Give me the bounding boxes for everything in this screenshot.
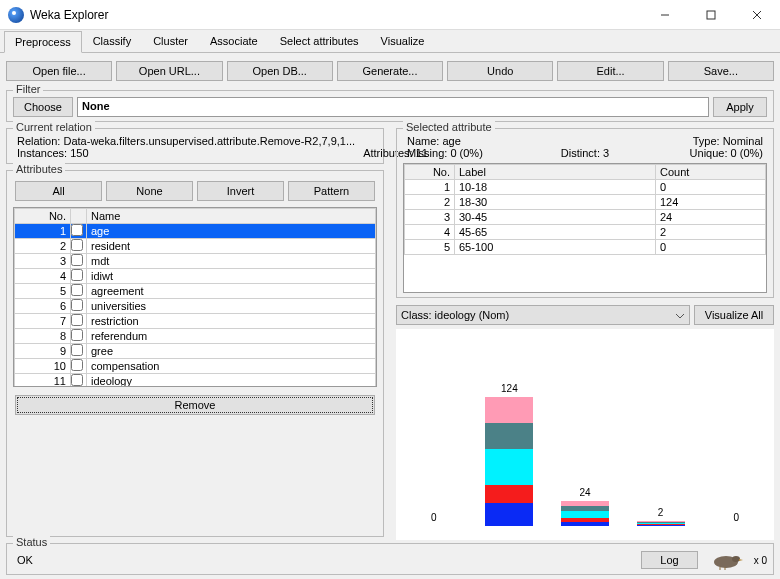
attr-row[interactable]: 7restriction: [15, 314, 376, 329]
attributes-table[interactable]: No. Name 1age2resident3mdt4idiwt5agreeme…: [13, 207, 377, 387]
attr-checkbox[interactable]: [71, 374, 83, 386]
attr-row[interactable]: 9gree: [15, 344, 376, 359]
sel-row[interactable]: 330-4524: [405, 210, 766, 225]
attr-pattern-button[interactable]: Pattern: [288, 181, 375, 201]
attr-checkbox[interactable]: [71, 314, 83, 326]
attr-row[interactable]: 6universities: [15, 299, 376, 314]
attr-checkbox[interactable]: [71, 224, 83, 236]
titlebar: Weka Explorer: [0, 0, 780, 30]
current-relation-group: Current relation Relation: Data-weka.fil…: [6, 128, 384, 164]
attr-name: agreement: [87, 284, 376, 299]
attr-all-button[interactable]: All: [15, 181, 102, 201]
sel-label: 65-100: [455, 240, 656, 255]
close-button[interactable]: [734, 0, 780, 30]
sel-row[interactable]: 218-30124: [405, 195, 766, 210]
sel-count: 124: [656, 195, 766, 210]
histogram-chart: 01242420: [396, 329, 774, 540]
attr-checkbox[interactable]: [71, 344, 83, 356]
sel-count: 0: [656, 240, 766, 255]
undo-button[interactable]: Undo: [447, 61, 553, 81]
tab-visualize[interactable]: Visualize: [370, 30, 436, 52]
tab-select-attributes[interactable]: Select attributes: [269, 30, 370, 52]
tab-cluster[interactable]: Cluster: [142, 30, 199, 52]
chevron-down-icon: [675, 309, 685, 321]
sel-label: 45-65: [455, 225, 656, 240]
attr-row[interactable]: 11ideology: [15, 374, 376, 388]
tab-classify[interactable]: Classify: [82, 30, 143, 52]
svg-rect-1: [707, 11, 715, 19]
selected-attr-table[interactable]: No. Label Count 110-180218-30124330-4524…: [403, 163, 767, 293]
sel-no: 2: [405, 195, 455, 210]
sel-count: 2: [656, 225, 766, 240]
attr-checkbox[interactable]: [71, 299, 83, 311]
status-group: Status OK Log x 0: [6, 543, 774, 575]
bar-value-label: 24: [555, 487, 615, 498]
attr-no: 10: [15, 359, 71, 374]
open-db-button[interactable]: Open DB...: [227, 61, 333, 81]
sel-row[interactable]: 110-180: [405, 180, 766, 195]
attr-no: 8: [15, 329, 71, 344]
sel-header-label: Label: [455, 165, 656, 180]
attr-row[interactable]: 2resident: [15, 239, 376, 254]
tab-associate[interactable]: Associate: [199, 30, 269, 52]
attr-checkbox[interactable]: [71, 329, 83, 341]
bar-value-label: 124: [479, 383, 539, 394]
svg-point-5: [732, 556, 740, 562]
sel-name: Name: age: [407, 135, 581, 147]
bar-segment: [637, 525, 685, 526]
attr-row[interactable]: 3mdt: [15, 254, 376, 269]
log-button[interactable]: Log: [641, 551, 697, 569]
attr-no: 1: [15, 224, 71, 239]
attr-no: 6: [15, 299, 71, 314]
attr-row[interactable]: 4idiwt: [15, 269, 376, 284]
attr-row[interactable]: 1age: [15, 224, 376, 239]
edit-button[interactable]: Edit...: [557, 61, 663, 81]
attr-invert-button[interactable]: Invert: [197, 181, 284, 201]
tabs: PreprocessClassifyClusterAssociateSelect…: [0, 30, 780, 53]
sel-no: 3: [405, 210, 455, 225]
attr-no: 7: [15, 314, 71, 329]
generate-button[interactable]: Generate...: [337, 61, 443, 81]
maximize-button[interactable]: [688, 0, 734, 30]
sel-no: 4: [405, 225, 455, 240]
visualize-all-button[interactable]: Visualize All: [694, 305, 774, 325]
attr-checkbox[interactable]: [71, 239, 83, 251]
sel-label: 18-30: [455, 195, 656, 210]
attributes-group: Attributes All None Invert Pattern No. N…: [6, 170, 384, 537]
filter-legend: Filter: [13, 83, 43, 95]
attr-row[interactable]: 8referendum: [15, 329, 376, 344]
attr-row[interactable]: 5agreement: [15, 284, 376, 299]
attr-name: compensation: [87, 359, 376, 374]
filter-value[interactable]: None: [77, 97, 709, 117]
attr-name: ideology: [87, 374, 376, 388]
remove-button[interactable]: Remove: [15, 395, 375, 415]
attr-name: idiwt: [87, 269, 376, 284]
attr-checkbox[interactable]: [71, 359, 83, 371]
attr-name: age: [87, 224, 376, 239]
attr-none-button[interactable]: None: [106, 181, 193, 201]
attr-checkbox[interactable]: [71, 284, 83, 296]
filter-choose-button[interactable]: Choose: [13, 97, 73, 117]
relation-instances: Instances: 150: [17, 147, 355, 159]
filter-apply-button[interactable]: Apply: [713, 97, 767, 117]
attr-no: 9: [15, 344, 71, 359]
sel-header-no: No.: [405, 165, 455, 180]
attr-name: mdt: [87, 254, 376, 269]
bar-segment: [485, 423, 533, 449]
class-dropdown[interactable]: Class: ideology (Nom): [396, 305, 690, 325]
sel-no: 5: [405, 240, 455, 255]
sel-row[interactable]: 565-1000: [405, 240, 766, 255]
open-file-button[interactable]: Open file...: [6, 61, 112, 81]
status-text: OK: [13, 554, 635, 566]
minimize-button[interactable]: [642, 0, 688, 30]
tab-preprocess[interactable]: Preprocess: [4, 31, 82, 53]
sel-row[interactable]: 445-652: [405, 225, 766, 240]
attr-no: 2: [15, 239, 71, 254]
attr-no: 11: [15, 374, 71, 388]
attr-checkbox[interactable]: [71, 254, 83, 266]
attr-checkbox[interactable]: [71, 269, 83, 281]
open-url-button[interactable]: Open URL...: [116, 61, 222, 81]
attr-no: 5: [15, 284, 71, 299]
attr-row[interactable]: 10compensation: [15, 359, 376, 374]
save-button[interactable]: Save...: [668, 61, 774, 81]
